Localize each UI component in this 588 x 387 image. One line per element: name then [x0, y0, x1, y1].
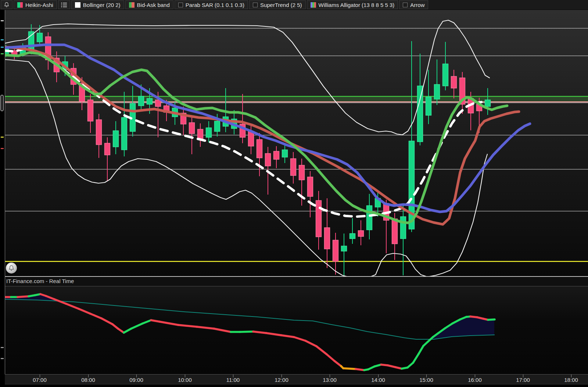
scale-mark	[1, 148, 4, 149]
color-swatch	[75, 2, 80, 8]
candle-body	[308, 177, 313, 196]
signal-line	[5, 299, 495, 339]
trading-app: Heikin-AshiBollinger (20 2)Bid-Ask bandP…	[0, 0, 588, 387]
scale-mark	[1, 347, 4, 348]
time-label: 15:00	[419, 377, 433, 383]
bell-icon	[3, 1, 10, 8]
scale-mark	[1, 47, 4, 48]
candle-body	[155, 100, 161, 106]
indicator-toggle-arrow[interactable]: Arrow	[399, 0, 428, 9]
time-label: 13:00	[323, 377, 337, 383]
candle-body	[88, 100, 93, 121]
axis-footer	[0, 384, 588, 387]
indicator-toggle-bid-ask-band[interactable]: Bid-Ask band	[125, 0, 173, 9]
checkbox[interactable]	[178, 3, 183, 7]
candle-body	[206, 128, 212, 137]
candle-body	[37, 33, 43, 42]
candle-body	[122, 117, 127, 150]
color-swatch	[311, 2, 316, 8]
candle-body	[291, 159, 296, 176]
candle-body	[358, 231, 364, 236]
indicator-panel[interactable]	[5, 286, 588, 374]
indicator-label: Bollinger (20 2)	[83, 2, 121, 8]
scale-mark	[1, 39, 4, 40]
indicator-label: Bid-Ask band	[137, 2, 170, 8]
indicator-label: Parab SAR (0.1 0.1 0.3)	[186, 2, 244, 8]
checkbox[interactable]	[253, 3, 258, 7]
bell-icon	[8, 264, 15, 272]
time-label: 14:00	[371, 377, 385, 383]
indicator-label: Heikin-Ashi	[25, 2, 53, 8]
bollinger-lower-band-line	[5, 59, 487, 276]
panel-collapse-handle[interactable]	[0, 95, 4, 111]
indicator-label: Williams Alligator (13 8 8 5 5 3)	[319, 2, 395, 8]
candle-body	[392, 219, 398, 244]
main-chart-canvas[interactable]	[5, 10, 588, 276]
candle-body	[333, 240, 338, 261]
main-price-chart[interactable]	[5, 10, 588, 276]
indicator-toggle-williams-alligator-13-8-8-5-5-3[interactable]: Williams Alligator (13 8 8 5 5 3)	[307, 0, 398, 9]
trend-line	[5, 294, 495, 370]
candle-body	[282, 150, 288, 157]
time-label: 11:00	[226, 377, 240, 383]
candle-body	[105, 143, 110, 155]
chart-left-border	[5, 10, 5, 384]
candle-body	[299, 165, 305, 180]
indicator-toggle-parab-sar-0-1-0-1-0-3[interactable]: Parab SAR (0.1 0.1 0.3)	[175, 0, 248, 9]
candle-body	[248, 131, 254, 146]
time-label: 07:00	[33, 377, 47, 383]
color-swatch	[17, 2, 23, 8]
scale-mark	[1, 20, 4, 21]
indicator-list-button[interactable]	[58, 0, 70, 9]
candle-body	[350, 234, 355, 239]
indicator-toggle-supertrend-2-5[interactable]: SuperTrend (2 5)	[249, 0, 306, 9]
candle-body	[417, 86, 423, 142]
time-label: 12:00	[275, 377, 288, 383]
time-label: 10:00	[178, 377, 192, 383]
candle-body	[96, 120, 102, 145]
time-label: 09:00	[129, 377, 143, 383]
candle-body	[325, 228, 330, 249]
left-edge-strip	[0, 10, 5, 384]
indicator-panel-canvas[interactable]	[5, 286, 588, 374]
data-source-label: IT-Finance.com - Real Time	[6, 278, 74, 284]
candle-body	[257, 140, 262, 158]
alarm-bell-button[interactable]	[6, 263, 17, 274]
candle-body	[139, 96, 144, 106]
time-axis[interactable]: 07:0008:0009:0010:0011:0012:0013:0014:00…	[5, 374, 588, 384]
checkbox[interactable]	[403, 3, 408, 7]
scale-mark	[1, 53, 4, 54]
candle-body	[401, 217, 406, 239]
time-label: 08:00	[81, 377, 95, 383]
scale-mark	[1, 137, 4, 138]
candle-body	[316, 200, 322, 237]
candle-body	[274, 151, 279, 159]
candle-body	[265, 153, 271, 166]
time-label: 16:00	[468, 377, 482, 383]
candle-body	[426, 97, 431, 115]
status-bar: IT-Finance.com - Real Time	[5, 276, 588, 286]
scale-mark	[1, 358, 4, 359]
indicator-toolbar: Heikin-AshiBollinger (20 2)Bid-Ask bandP…	[0, 0, 588, 10]
candle-body	[341, 246, 347, 251]
list-icon	[61, 2, 68, 8]
indicator-toggle-heikin-ashi[interactable]: Heikin-Ashi	[14, 0, 57, 9]
heikin-ashi-candles	[5, 24, 491, 275]
candle-body	[113, 131, 119, 147]
candle-body	[443, 64, 448, 86]
time-label: 17:00	[516, 377, 530, 383]
toolbar-bell-button[interactable]	[1, 0, 12, 9]
indicator-label: SuperTrend (2 5)	[260, 2, 302, 8]
time-label: 18:00	[564, 377, 578, 383]
indicator-label: Arrow	[410, 2, 424, 8]
candle-body	[451, 76, 457, 88]
candle-body	[215, 121, 220, 131]
candle-body	[189, 123, 195, 134]
color-swatch	[129, 2, 135, 8]
candle-body	[485, 100, 491, 106]
candle-body	[147, 98, 153, 104]
indicator-toggle-bollinger-20-2[interactable]: Bollinger (20 2)	[71, 0, 124, 9]
candle-body	[367, 206, 372, 230]
candle-body	[434, 84, 440, 99]
